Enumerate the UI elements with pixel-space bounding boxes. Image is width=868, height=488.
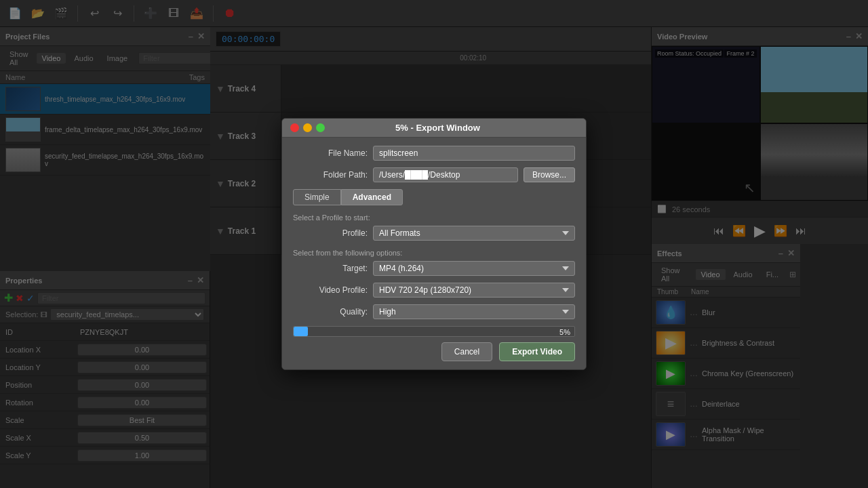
progress-bar-fill xyxy=(294,327,308,336)
tab-simple[interactable]: Simple xyxy=(293,189,341,205)
filename-label: File Name: xyxy=(293,148,368,158)
folderpath-label: Folder Path: xyxy=(293,170,368,180)
cancel-button[interactable]: Cancel xyxy=(441,342,492,361)
options-section-label: Select from the following options: xyxy=(293,247,575,257)
dialog-titlebar: 5% - Export Window xyxy=(282,119,586,138)
export-overlay: 5% - Export Window File Name: Folder Pat… xyxy=(0,0,868,488)
maximize-traffic-light[interactable] xyxy=(316,123,325,132)
export-dialog: 5% - Export Window File Name: Folder Pat… xyxy=(281,118,587,370)
dialog-title: 5% - Export Window xyxy=(325,123,551,133)
profile-label: Profile: xyxy=(293,228,368,238)
progress-label: 5% xyxy=(559,327,570,337)
folderpath-row: Folder Path: Browse... xyxy=(293,167,575,182)
close-traffic-light[interactable] xyxy=(290,123,299,132)
progress-bar-container: 5% xyxy=(293,326,575,337)
export-video-button[interactable]: Export Video xyxy=(499,342,575,361)
folderpath-input[interactable] xyxy=(373,167,518,182)
minimize-traffic-light[interactable] xyxy=(303,123,312,132)
traffic-lights xyxy=(290,123,325,132)
profile-row: Profile: All Formats xyxy=(293,226,575,241)
target-label: Target: xyxy=(293,264,368,273)
dialog-tabs: Simple Advanced xyxy=(293,189,575,205)
quality-row: Quality: High xyxy=(293,304,575,319)
target-row: Target: MP4 (h.264) xyxy=(293,261,575,276)
browse-button[interactable]: Browse... xyxy=(524,167,575,182)
filename-row: File Name: xyxy=(293,146,575,161)
tab-advanced[interactable]: Advanced xyxy=(341,189,403,205)
videoprofile-row: Video Profile: HDV 720 24p (868x488) xyxy=(293,283,575,298)
quality-label: Quality: xyxy=(293,307,368,317)
quality-select[interactable]: High xyxy=(373,304,575,319)
dialog-buttons: Cancel Export Video xyxy=(293,342,575,361)
videoprofile-label: Video Profile: xyxy=(293,285,368,295)
profile-select[interactable]: All Formats xyxy=(373,226,575,241)
target-select[interactable]: MP4 (h.264) xyxy=(373,261,575,276)
profile-section-label: Select a Profile to start: xyxy=(293,212,575,222)
dialog-body: File Name: Folder Path: Browse... Simple… xyxy=(282,138,586,369)
videoprofile-select[interactable]: HDV 720 24p (868x488) xyxy=(373,283,575,298)
filename-input[interactable] xyxy=(373,146,575,161)
